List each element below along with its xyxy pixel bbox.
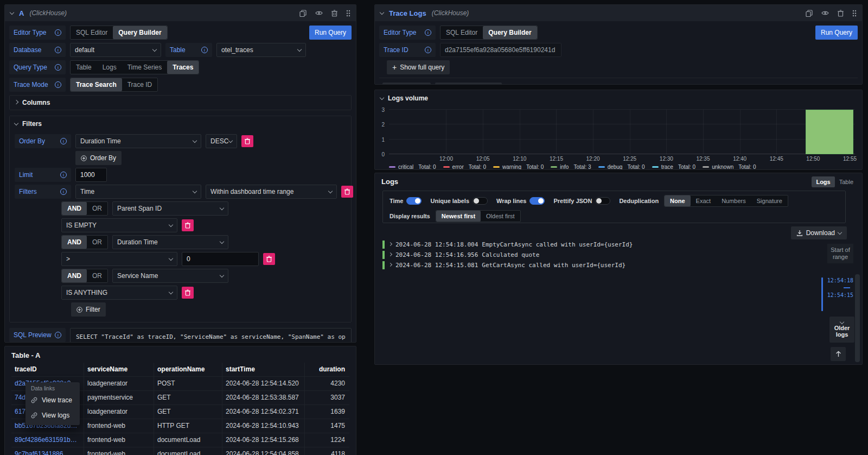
condition-join-switch-option[interactable]: OR [87,202,107,215]
editor-type-switch-option[interactable]: Query Builder [483,26,537,39]
legend-item-info[interactable]: infoTotal: 3 [551,164,591,170]
database-select[interactable]: default [70,43,161,57]
query-inspector-button[interactable]: iQuery inspector [435,83,502,85]
info-icon[interactable]: i [425,47,431,53]
column-header[interactable]: operationName [154,363,222,376]
column-header[interactable]: traceID [11,363,84,376]
duplicate-query-icon[interactable] [299,10,307,17]
unique-labels-toggle[interactable] [473,197,488,205]
remove-condition-button[interactable] [182,287,194,299]
order-by-field-select[interactable]: Duration Time [75,134,201,148]
expand-log-chevron-icon[interactable] [388,242,392,246]
trace-id-link[interactable]: 89cf4286e631591b4... [11,433,84,447]
info-icon[interactable]: i [55,332,61,338]
collapse-chevron-icon[interactable] [380,96,384,100]
trace-mode-switch-option[interactable]: Trace ID [122,78,158,91]
logs-view-switch-option[interactable]: Logs [812,176,834,187]
deduplication-switch-option[interactable]: None [665,195,691,206]
column-header[interactable]: startTime [222,363,305,376]
filters-section-header[interactable]: Filters [15,119,346,129]
logs-volume-header[interactable]: Logs volume [375,90,862,106]
run-query-button[interactable]: Run Query [309,26,352,40]
info-icon[interactable]: i [60,172,67,178]
delete-query-icon[interactable] [838,10,844,17]
add-filter-button[interactable]: Filter [71,302,106,317]
remove-filter-button[interactable] [341,186,353,198]
columns-section-header[interactable]: Columns [15,98,346,108]
query-type-switch-option[interactable]: Table [71,61,97,74]
expand-chevron-icon[interactable] [14,100,18,104]
info-icon[interactable]: i [55,29,61,36]
legend-item-unknown[interactable]: unknownTotal: 0 [703,164,756,170]
legend-item-debug[interactable]: debugTotal: 0 [598,164,645,170]
column-header[interactable]: duration [305,363,349,376]
query-type-switch-option[interactable]: Logs [97,61,122,74]
deduplication-switch-option[interactable]: Signature [751,195,788,206]
remove-condition-button[interactable] [263,253,275,265]
condition-field-select[interactable]: Parent Span ID [112,201,228,216]
legend-item-critical[interactable]: criticalTotal: 0 [389,164,436,170]
condition-operator-select[interactable]: IS EMPTY [61,218,177,232]
scroll-to-top-button[interactable] [831,347,846,361]
info-icon[interactable]: i [55,47,61,53]
info-icon[interactable]: i [55,81,61,88]
volume-bar-info[interactable] [806,110,853,154]
trace-id-input[interactable] [440,43,561,57]
show-full-query-button[interactable]: +Show full query [387,60,450,74]
condition-join-switch-option[interactable]: OR [87,236,107,249]
info-icon[interactable]: i [60,188,67,195]
deduplication-switch-option[interactable]: Numbers [716,195,751,206]
editor-type-switch-option[interactable]: Query Builder [113,26,167,39]
order-by-direction-select[interactable]: DESC [206,134,237,148]
add-order-by-button[interactable]: Order By [75,151,122,165]
log-line[interactable]: 2024-06-28 12:54:15.081GetCartAsync call… [382,261,821,269]
query-row-header[interactable]: Trace Logs (ClickHouse) [375,5,862,21]
drag-handle-icon[interactable] [346,10,350,17]
info-icon[interactable]: i [201,47,208,53]
remove-condition-button[interactable] [182,219,194,231]
log-line[interactable]: 2024-06-28 12:54:18.004EmptyCartAsync ca… [382,241,821,249]
column-header[interactable]: serviceName [84,363,154,376]
deduplication-switch-option[interactable]: Exact [691,195,717,206]
range-timestamp[interactable]: 12:54:15 [827,292,853,298]
display-results-switch-option[interactable]: Oldest first [481,211,520,222]
legend-item-error[interactable]: errorTotal: 0 [443,164,486,170]
time-toggle[interactable] [406,197,422,205]
filter-time-value-select[interactable]: Within dashboard time range [206,185,337,199]
trace-id-link[interactable]: 9c7baf61341886... [11,447,84,455]
expand-log-chevron-icon[interactable] [388,252,392,256]
log-line[interactable]: 2024-06-28 12:54:16.956Calculated quote [382,251,821,259]
collapse-chevron-icon[interactable] [380,10,384,15]
drag-handle-icon[interactable] [852,10,857,17]
editor-type-switch-option[interactable]: SQL Editor [441,26,483,39]
condition-value-input[interactable] [182,252,259,266]
condition-join-switch-option[interactable]: OR [87,269,107,282]
legend-item-warning[interactable]: warningTotal: 0 [493,164,544,170]
filter-time-field-select[interactable]: Time [75,185,201,199]
limit-input[interactable] [75,168,107,182]
collapse-chevron-icon[interactable] [10,10,14,15]
add-query-button[interactable]: +Add query [382,83,431,85]
hide-response-eye-icon[interactable] [821,10,829,16]
query-row-header[interactable]: A (ClickHouse) [5,5,356,21]
hide-response-eye-icon[interactable] [315,10,323,16]
wrap-lines-toggle[interactable] [529,197,545,205]
info-icon[interactable]: i [55,64,61,71]
condition-join-switch-option[interactable]: AND [62,202,87,215]
remove-order-by-button[interactable] [241,135,253,147]
view-trace-menu-item[interactable]: View trace [25,393,80,408]
legend-item-trace[interactable]: traceTotal: 0 [652,164,695,170]
display-results-switch-option[interactable]: Newest first [436,211,481,222]
condition-join-switch-option[interactable]: AND [62,236,87,249]
logs-view-switch-option[interactable]: Table [835,176,858,187]
expand-log-chevron-icon[interactable] [388,263,392,267]
table-select[interactable]: otel_traces [216,43,306,57]
editor-type-switch-option[interactable]: SQL Editor [71,26,113,39]
condition-field-select[interactable]: Service Name [112,269,228,283]
info-icon[interactable]: i [60,138,67,144]
download-button[interactable]: Download [791,226,847,239]
duplicate-query-icon[interactable] [806,10,813,17]
delete-query-icon[interactable] [331,10,337,17]
query-type-switch-option[interactable]: Time Series [122,61,168,74]
prettify-json-toggle[interactable] [595,197,610,205]
